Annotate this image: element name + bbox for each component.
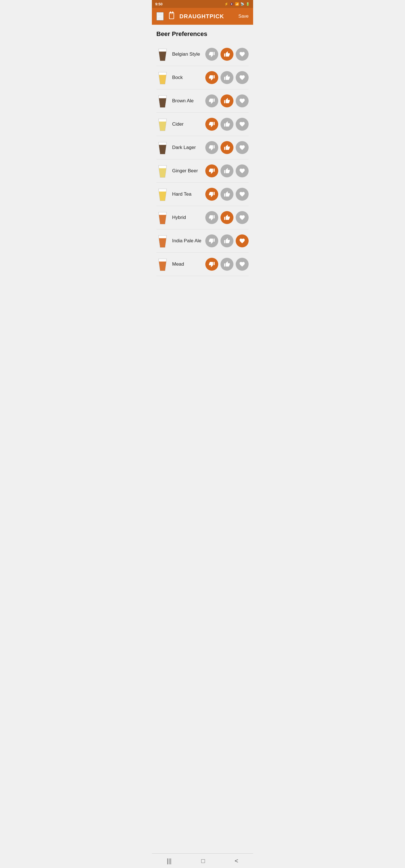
favorite-button[interactable] xyxy=(236,164,249,177)
action-buttons xyxy=(205,71,249,84)
dislike-button[interactable] xyxy=(205,211,218,224)
svg-marker-14 xyxy=(159,98,166,107)
dislike-button[interactable] xyxy=(205,235,218,247)
beer-name: Ginger Beer xyxy=(172,168,205,174)
main-content: Beer Preferences Belgian Style xyxy=(152,25,253,299)
svg-marker-38 xyxy=(159,238,166,247)
dislike-button[interactable] xyxy=(205,258,218,271)
dislike-button[interactable] xyxy=(205,141,218,154)
beer-name: Belgian Style xyxy=(172,52,205,57)
like-button[interactable] xyxy=(221,94,233,107)
favorite-button[interactable] xyxy=(236,48,249,61)
like-button[interactable] xyxy=(221,188,233,201)
beer-name: Mead xyxy=(172,261,205,267)
beer-item: Bock xyxy=(156,66,249,89)
beer-glass-icon xyxy=(156,187,169,202)
favorite-button[interactable] xyxy=(236,235,249,247)
beer-item: Belgian Style xyxy=(156,43,249,66)
logo-icon xyxy=(167,10,177,23)
favorite-button[interactable] xyxy=(236,94,249,107)
svg-marker-22 xyxy=(159,145,166,154)
back-button[interactable]: ← xyxy=(156,12,164,21)
bluetooth-icon: ⚡ xyxy=(225,2,228,6)
app-header: ← DRAUGHTPICK Save xyxy=(152,8,253,25)
svg-marker-42 xyxy=(159,261,166,271)
like-button[interactable] xyxy=(221,141,233,154)
beer-item: India Pale Ale xyxy=(156,229,249,253)
beer-glass-icon xyxy=(156,233,169,248)
beer-glass-icon xyxy=(156,70,169,85)
wifi-icon: 📶 xyxy=(235,2,239,6)
beer-name: Cider xyxy=(172,121,205,127)
svg-marker-30 xyxy=(159,191,166,201)
beer-list: Belgian Style xyxy=(156,43,249,276)
beer-name: Dark Lager xyxy=(172,145,205,150)
beer-glass-icon xyxy=(156,163,169,179)
page-title: Beer Preferences xyxy=(156,30,249,38)
beer-item: Cider xyxy=(156,113,249,136)
like-button[interactable] xyxy=(221,48,233,61)
beer-item: Ginger Beer xyxy=(156,159,249,183)
like-button[interactable] xyxy=(221,258,233,271)
favorite-button[interactable] xyxy=(236,258,249,271)
favorite-button[interactable] xyxy=(236,118,249,131)
action-buttons xyxy=(205,211,249,224)
beer-name: Hard Tea xyxy=(172,191,205,197)
mute-icon: 🔇 xyxy=(230,2,234,6)
svg-point-3 xyxy=(170,12,173,14)
dislike-button[interactable] xyxy=(205,164,218,177)
header-left: ← DRAUGHTPICK xyxy=(156,10,224,23)
beer-name: India Pale Ale xyxy=(172,238,205,244)
action-buttons xyxy=(205,141,249,154)
beer-name: Hybrid xyxy=(172,215,205,220)
dislike-button[interactable] xyxy=(205,71,218,84)
dislike-button[interactable] xyxy=(205,94,218,107)
svg-marker-26 xyxy=(159,168,166,177)
beer-glass-icon xyxy=(156,140,169,155)
signal-icon: 📡 xyxy=(240,2,244,6)
beer-item: Dark Lager xyxy=(156,136,249,159)
like-button[interactable] xyxy=(221,118,233,131)
action-buttons xyxy=(205,235,249,247)
svg-marker-10 xyxy=(159,75,166,84)
beer-item: Hybrid xyxy=(156,206,249,229)
beer-name: Bock xyxy=(172,75,205,81)
like-button[interactable] xyxy=(221,211,233,224)
beer-glass-icon xyxy=(156,93,169,108)
status-bar: 9:50 ⚡ 🔇 📶 📡 🔋 xyxy=(152,0,253,8)
like-button[interactable] xyxy=(221,71,233,84)
action-buttons xyxy=(205,164,249,177)
action-buttons xyxy=(205,188,249,201)
beer-glass-icon xyxy=(156,210,169,225)
svg-marker-18 xyxy=(159,121,166,131)
favorite-button[interactable] xyxy=(236,188,249,201)
battery-icon: 🔋 xyxy=(246,2,250,6)
dislike-button[interactable] xyxy=(205,118,218,131)
action-buttons xyxy=(205,258,249,271)
favorite-button[interactable] xyxy=(236,141,249,154)
svg-marker-34 xyxy=(159,215,166,224)
action-buttons xyxy=(205,94,249,107)
beer-name: Brown Ale xyxy=(172,98,205,104)
status-time: 9:50 xyxy=(155,2,163,6)
beer-item: Brown Ale xyxy=(156,89,249,113)
like-button[interactable] xyxy=(221,235,233,247)
dislike-button[interactable] xyxy=(205,48,218,61)
beer-glass-icon xyxy=(156,257,169,272)
status-icons: ⚡ 🔇 📶 📡 🔋 xyxy=(225,2,250,6)
beer-glass-icon xyxy=(156,46,169,62)
beer-glass-icon xyxy=(156,117,169,132)
beer-item: Hard Tea xyxy=(156,183,249,206)
favorite-button[interactable] xyxy=(236,211,249,224)
like-button[interactable] xyxy=(221,164,233,177)
beer-item: Mead xyxy=(156,253,249,276)
action-buttons xyxy=(205,48,249,61)
app-title: DRAUGHTPICK xyxy=(179,13,224,20)
dislike-button[interactable] xyxy=(205,188,218,201)
favorite-button[interactable] xyxy=(236,71,249,84)
save-button[interactable]: Save xyxy=(238,14,249,19)
svg-marker-6 xyxy=(159,52,166,61)
action-buttons xyxy=(205,118,249,131)
